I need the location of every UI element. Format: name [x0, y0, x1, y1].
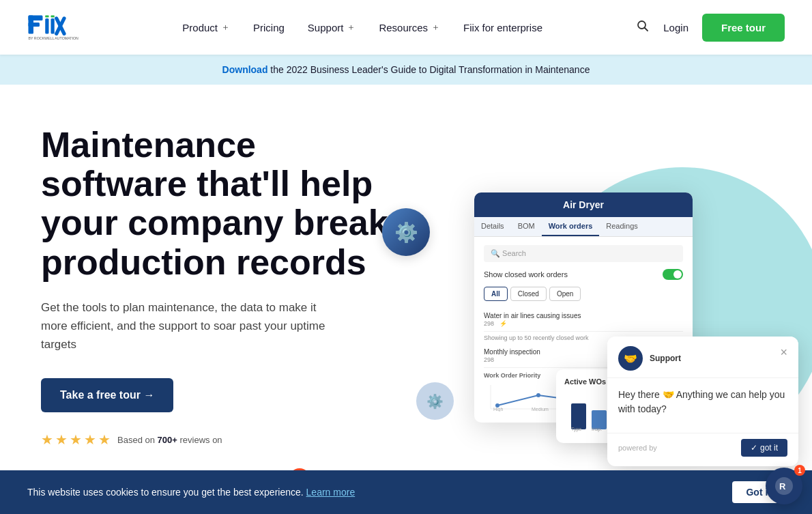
- svg-text:Insp.: Insp.: [592, 427, 602, 432]
- tab-bom[interactable]: BOM: [511, 217, 542, 236]
- hero-subtitle: Get the tools to plan maintenance, the d…: [41, 298, 341, 354]
- svg-text:R: R: [779, 481, 786, 491]
- svg-rect-1: [29, 15, 43, 20]
- nav-product[interactable]: Product ＋: [173, 16, 240, 39]
- resources-dropdown-icon: ＋: [431, 21, 440, 33]
- svg-rect-25: [571, 403, 586, 429]
- list-item-1: Water in air lines causing issues 298 ⚡: [484, 308, 683, 332]
- tab-readings[interactable]: Readings: [599, 217, 644, 236]
- hero-left: Maintenance software that'll help your c…: [41, 126, 396, 489]
- star-2: ★: [55, 431, 68, 448]
- support-dropdown-icon: ＋: [347, 21, 356, 33]
- tab-details[interactable]: Details: [474, 217, 511, 236]
- free-tour-button[interactable]: Free tour: [702, 14, 785, 42]
- announcement-link[interactable]: Download: [222, 64, 268, 75]
- filter-closed[interactable]: Closed: [510, 287, 547, 301]
- product-dropdown-icon: ＋: [221, 21, 230, 33]
- svg-rect-3: [45, 18, 48, 34]
- hero-reviews: ★ ★ ★ ★ ★ Based on 700+ reviews on: [41, 431, 396, 448]
- card-search[interactable]: 🔍 Search: [484, 245, 683, 262]
- nav-resources[interactable]: Resources ＋: [369, 16, 450, 39]
- cookie-banner: This website uses cookies to ensure you …: [0, 470, 812, 514]
- tab-work-orders[interactable]: Work orders: [542, 217, 600, 236]
- svg-rect-4: [45, 15, 48, 17]
- gear-float-icon: ⚙️: [416, 382, 454, 420]
- got-it-area: ✓ got it: [741, 439, 787, 457]
- hero-cta-button[interactable]: Take a free tour →: [41, 378, 173, 412]
- chat-body: Hey there 🤝 Anything we can help you wit…: [607, 378, 798, 433]
- fiix-logo-image: BY ROCKWELL AUTOMATION: [27, 10, 89, 44]
- toggle-switch[interactable]: [663, 269, 683, 280]
- chat-powered-text: powered by: [618, 444, 657, 452]
- toggle-label: Show closed work orders: [484, 270, 568, 279]
- toggle-row: Show closed work orders: [484, 269, 683, 280]
- nav-enterprise[interactable]: Fiix for enterprise: [454, 16, 552, 39]
- card-title: Air Dryer: [474, 192, 693, 217]
- svg-rect-6: [51, 15, 55, 17]
- hero-title: Maintenance software that'll help your c…: [41, 126, 396, 282]
- filter-open[interactable]: Open: [549, 287, 581, 301]
- chat-widget: 🤝 Support × Hey there 🤝 Anything we can …: [607, 337, 798, 466]
- nav-links: Product ＋ Pricing Support ＋ Resources ＋ …: [173, 16, 552, 39]
- svg-point-17: [536, 393, 540, 397]
- svg-text:Medium: Medium: [532, 407, 549, 412]
- svg-rect-5: [51, 18, 55, 34]
- search-icon[interactable]: [636, 19, 650, 35]
- filter-all[interactable]: All: [484, 287, 508, 301]
- chat-name: Support: [650, 354, 681, 363]
- nav-right: Login Free tour: [636, 14, 785, 42]
- revain-icon: R: [774, 476, 794, 496]
- svg-text:BY ROCKWELL AUTOMATION: BY ROCKWELL AUTOMATION: [29, 36, 79, 40]
- navigation: BY ROCKWELL AUTOMATION Product ＋ Pricing…: [0, 0, 812, 55]
- card-tabs: Details BOM Work orders Readings: [474, 217, 693, 237]
- star-rating: ★ ★ ★ ★ ★: [41, 431, 111, 448]
- svg-line-11: [645, 28, 648, 31]
- review-text: Based on 700+ reviews on: [117, 435, 222, 445]
- machine-icon: ⚙️: [382, 208, 430, 256]
- got-it-button[interactable]: ✓ got it: [741, 439, 787, 457]
- svg-text:Type: Type: [571, 427, 581, 432]
- svg-text:High: High: [493, 407, 504, 412]
- announcement-text: the 2022 Business Leader's Guide to Digi…: [267, 64, 590, 75]
- chat-close-button[interactable]: ×: [780, 346, 787, 358]
- chat-avatar: 🤝 Support: [618, 346, 681, 371]
- star-5: ★: [98, 431, 111, 448]
- star-3: ★: [70, 431, 82, 448]
- cookie-text: This website uses cookies to ensure you …: [27, 487, 355, 498]
- filter-buttons: All Closed Open: [484, 287, 683, 301]
- announcement-bar: Download the 2022 Business Leader's Guid…: [0, 55, 812, 85]
- star-4: ★: [84, 431, 96, 448]
- nav-support[interactable]: Support ＋: [298, 16, 366, 39]
- notification-badge: 1: [794, 465, 805, 476]
- star-1: ★: [41, 431, 53, 448]
- svg-rect-2: [29, 23, 40, 27]
- chat-message: Hey there 🤝 Anything we can help you wit…: [618, 388, 787, 416]
- chat-footer: powered by ✓ got it: [607, 433, 798, 466]
- chat-header: 🤝 Support ×: [607, 337, 798, 378]
- cookie-learn-more[interactable]: Learn more: [306, 487, 356, 498]
- logo[interactable]: BY ROCKWELL AUTOMATION: [27, 10, 89, 44]
- nav-pricing[interactable]: Pricing: [244, 16, 294, 39]
- revain-button[interactable]: R 1: [766, 468, 802, 504]
- login-button[interactable]: Login: [663, 22, 688, 33]
